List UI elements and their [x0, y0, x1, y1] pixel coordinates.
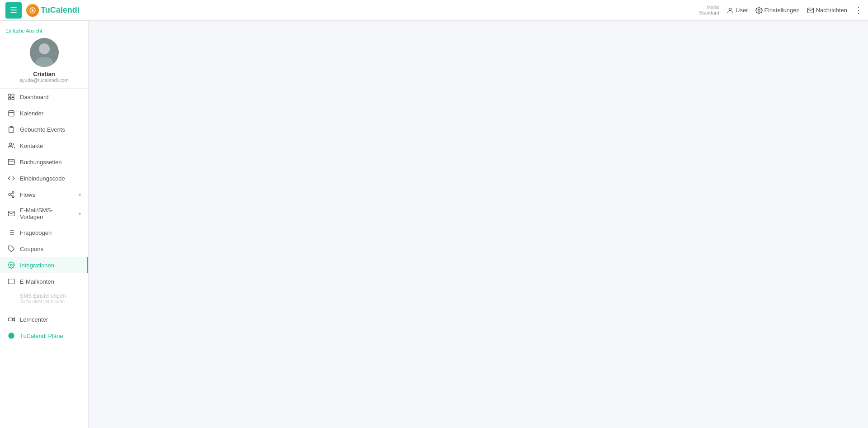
user-btn-label: User [736, 7, 748, 14]
sidebar-nav: Dashboard Kalender Gebuchte Events Konta… [0, 89, 88, 307]
settings-button[interactable]: Einstellungen [755, 7, 800, 14]
sidebar-item-tucalendi-plaene[interactable]: TuCalendi Pläne [0, 328, 88, 344]
simple-view-link[interactable]: Einfache Ansicht [5, 28, 83, 33]
browser-icon [7, 158, 15, 166]
hamburger-button[interactable]: ☰ [5, 2, 22, 19]
messages-btn-label: Nachrichten [816, 7, 847, 14]
sidebar-item-label-integrationen: Integrationen [20, 262, 80, 269]
logo-icon [26, 4, 39, 17]
sidebar-item-label-flows: Flows [20, 191, 74, 198]
sidebar-item-label-buchungsseiten: Buchungsseiten [20, 159, 81, 166]
grid-icon [7, 93, 15, 101]
envelope-icon [7, 277, 15, 285]
svg-point-20 [12, 196, 14, 198]
calendar-icon [7, 109, 15, 117]
modul-label: Modul [699, 5, 719, 10]
svg-rect-6 [9, 94, 11, 96]
svg-point-15 [9, 143, 11, 145]
svg-rect-9 [12, 97, 14, 100]
sidebar-item-lerncenter[interactable]: Lerncenter [0, 311, 88, 328]
tag-icon [7, 245, 15, 253]
gear-icon [7, 261, 15, 269]
sidebar-item-email-sms[interactable]: E-Mail/SMS-Vorlagen ▾ [0, 203, 88, 224]
sidebar-item-label-coupons: Coupons [20, 246, 81, 252]
mail-icon [7, 209, 15, 218]
logo-suffix: Calendi [50, 5, 80, 14]
sidebar-item-kalender[interactable]: Kalender [0, 105, 88, 121]
sidebar-item-gebuchte-events[interactable]: Gebuchte Events [0, 121, 88, 138]
more-button[interactable]: ⋮ [854, 5, 863, 15]
sidebar-item-dashboard[interactable]: Dashboard [0, 89, 88, 105]
svg-point-18 [12, 191, 14, 193]
users-icon [7, 142, 15, 150]
sidebar-item-label-dashboard: Dashboard [20, 94, 81, 100]
sidebar-item-frageboegen[interactable]: Fragebögen [0, 224, 88, 241]
sidebar-item-e-mailkonten[interactable]: E-Mailkonten [0, 273, 88, 290]
sidebar-item-label-gebuchte-events: Gebuchte Events [20, 126, 81, 133]
svg-line-22 [10, 193, 13, 194]
sidebar-item-label-tucalendi-plaene: TuCalendi Pläne [20, 333, 81, 339]
sidebar-item-coupons[interactable]: Coupons [0, 241, 88, 257]
user-button[interactable]: User [726, 7, 748, 14]
sidebar: Einfache Ansicht Cristian ayuda@tucalend… [0, 0, 89, 428]
clipboard-icon [7, 125, 15, 133]
svg-rect-8 [9, 97, 11, 100]
sidebar-item-label-email-sms: E-Mail/SMS-Vorlagen [20, 207, 74, 220]
sidebar-item-label-frageboegen: Fragebögen [20, 229, 81, 236]
topbar-right: Modul Standard User Einstellungen Nachri… [699, 5, 863, 15]
user-name: Cristian [5, 71, 83, 77]
sidebar-item-label-sms-settings: SMS Einstellungen [20, 293, 66, 299]
topbar: ☰ TuCalendi Modul Standard User Einstell… [0, 0, 868, 21]
messages-button[interactable]: Nachrichten [807, 7, 847, 14]
sidebar-item-label-einbindungscode: Einbindungscode [20, 175, 81, 182]
share-icon [7, 190, 15, 199]
code-icon [7, 174, 15, 182]
modul-info: Modul Standard [699, 5, 719, 15]
nav-arrow-flows: ▾ [79, 192, 81, 197]
nav-arrow-email-sms: ▾ [79, 211, 81, 216]
svg-line-21 [10, 195, 13, 196]
sidebar-sub-note-sms-settings: Twilio nicht verbunden [20, 299, 81, 304]
sidebar-item-buchungsseiten[interactable]: Buchungsseiten [0, 154, 88, 170]
settings-btn-label: Einstellungen [764, 7, 800, 14]
svg-rect-31 [8, 318, 12, 321]
logo: TuCalendi [26, 4, 80, 17]
user-email: ayuda@tucalendi.com [5, 77, 83, 83]
sidebar-item-integrationen[interactable]: Integrationen [0, 257, 88, 273]
avatar [30, 38, 59, 67]
avatar-image [30, 38, 59, 67]
sidebar-item-label-kalender: Kalender [20, 110, 81, 117]
sidebar-item-label-e-mailkonten: E-Mailkonten [20, 278, 81, 285]
logo-text: TuCalendi [41, 5, 80, 15]
video-icon [7, 315, 15, 323]
sidebar-item-einbindungscode[interactable]: Einbindungscode [0, 170, 88, 186]
svg-marker-32 [13, 318, 15, 321]
svg-point-19 [9, 194, 10, 195]
svg-point-30 [10, 264, 12, 266]
sidebar-item-flows[interactable]: Flows ▾ [0, 186, 88, 203]
svg-point-2 [758, 10, 760, 11]
list-icon [7, 228, 15, 237]
svg-point-1 [729, 8, 731, 10]
svg-point-4 [39, 43, 50, 54]
circle-teal-icon [7, 332, 15, 340]
modul-value: Standard [699, 10, 719, 15]
sidebar-bottom: Lerncenter TuCalendi Pläne [0, 311, 88, 344]
logo-prefix: Tu [41, 5, 50, 14]
svg-rect-16 [8, 159, 14, 165]
sidebar-item-kontakte[interactable]: Kontakte [0, 138, 88, 154]
svg-rect-10 [9, 111, 14, 116]
svg-rect-14 [10, 126, 12, 128]
sidebar-item-label-kontakte: Kontakte [20, 143, 81, 149]
sidebar-item-label-lerncenter: Lerncenter [20, 316, 81, 323]
svg-rect-7 [12, 94, 14, 96]
sidebar-item-sms-settings: SMS EinstellungenTwilio nicht verbunden [0, 290, 88, 307]
sidebar-user-section: Einfache Ansicht Cristian ayuda@tucalend… [0, 21, 88, 89]
svg-point-33 [8, 333, 14, 338]
topbar-left: ☰ TuCalendi [5, 2, 80, 19]
